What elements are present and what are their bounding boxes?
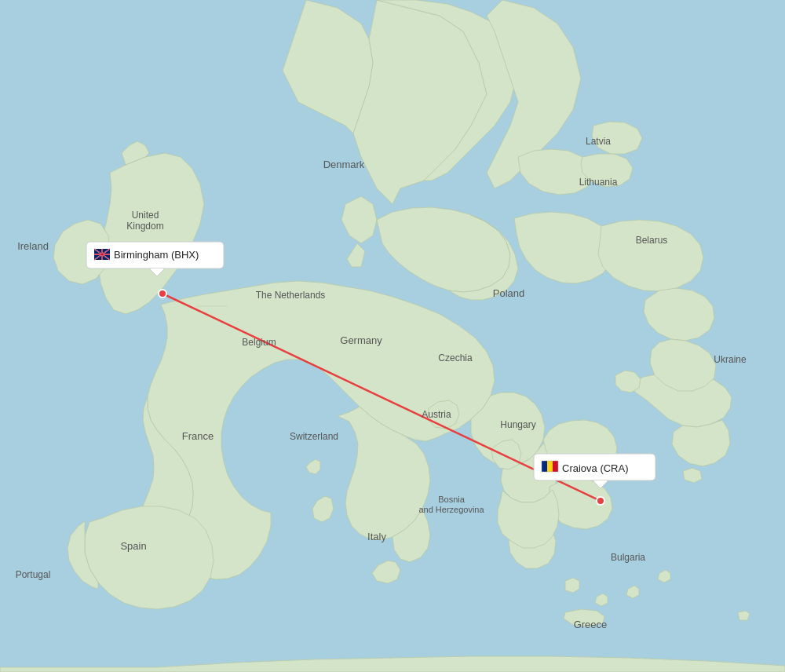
origin-dot bbox=[159, 290, 166, 298]
svg-rect-20 bbox=[553, 461, 558, 472]
svg-text:Craiova (CRA): Craiova (CRA) bbox=[562, 462, 629, 474]
label-belarus: Belarus bbox=[636, 235, 668, 246]
label-austria: Austria bbox=[422, 409, 451, 420]
label-denmark: Denmark bbox=[323, 159, 365, 170]
label-portugal: Portugal bbox=[16, 569, 51, 580]
label-bulgaria: Bulgaria bbox=[611, 552, 645, 563]
label-belgium: Belgium bbox=[242, 337, 276, 348]
label-poland: Poland bbox=[493, 287, 524, 299]
label-lithuania: Lithuania bbox=[579, 177, 618, 188]
label-czechia: Czechia bbox=[438, 352, 473, 363]
label-uk: United bbox=[132, 210, 159, 221]
label-ukraine: Ukraine bbox=[714, 354, 747, 365]
destination-dot bbox=[597, 497, 604, 505]
label-greece: Greece bbox=[574, 619, 608, 630]
label-spain: Spain bbox=[120, 540, 146, 552]
svg-rect-18 bbox=[542, 461, 547, 472]
label-uk2: Kingdom bbox=[126, 221, 163, 232]
map-svg: Ireland United Kingdom Portugal Spain Fr… bbox=[0, 0, 785, 672]
svg-text:Birmingham (BHX): Birmingham (BHX) bbox=[114, 249, 199, 261]
label-latvia: Latvia bbox=[586, 136, 611, 147]
label-germany: Germany bbox=[340, 334, 382, 346]
svg-rect-19 bbox=[547, 461, 553, 472]
label-france: France bbox=[182, 430, 214, 442]
label-bosnia: Bosnia bbox=[438, 495, 466, 504]
label-hungary: Hungary bbox=[500, 419, 535, 430]
label-ireland: Ireland bbox=[17, 240, 49, 252]
label-netherlands: The Netherlands bbox=[256, 290, 326, 301]
label-bosnia2: and Herzegovina bbox=[418, 505, 484, 514]
label-italy: Italy bbox=[367, 531, 386, 542]
map-container: Ireland United Kingdom Portugal Spain Fr… bbox=[0, 0, 785, 672]
label-switzerland: Switzerland bbox=[290, 431, 338, 442]
